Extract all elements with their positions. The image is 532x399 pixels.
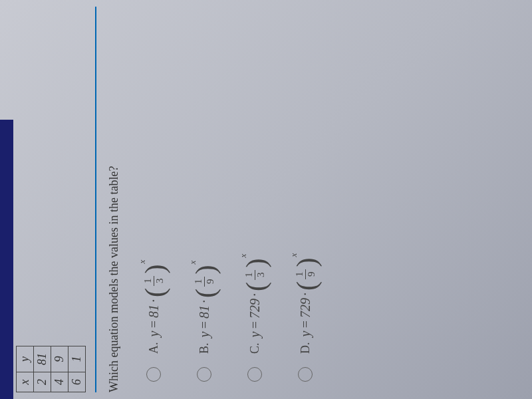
table-row: 2 81: [34, 346, 51, 392]
table-row: 4 9: [51, 346, 68, 392]
option-d-letter: D.: [299, 342, 313, 354]
radio-a[interactable]: [146, 367, 161, 382]
option-c: C. y= 729 · ( 13 ) x: [241, 0, 269, 382]
table-row: 6 1: [68, 346, 86, 392]
question-text: Which equation models the values in the …: [107, 7, 121, 392]
col-header-y: y: [17, 346, 34, 372]
options-list: A. y= 81 · ( 13 ) x B. y= 81 · ( 19 ) x: [140, 0, 319, 382]
header-bar: [0, 120, 13, 399]
table-header-row: x y: [17, 346, 34, 392]
option-c-letter: C.: [248, 342, 262, 354]
radio-c[interactable]: [247, 367, 262, 382]
radio-d[interactable]: [298, 367, 313, 382]
radio-b[interactable]: [197, 367, 211, 382]
option-b: B. y= 81 · ( 19 ) x: [190, 0, 218, 382]
option-c-equation: y= 729 · ( 13 ) x: [241, 254, 269, 338]
data-table: x y 2 81 4 9 6 1: [16, 0, 86, 392]
option-a-letter: A.: [147, 342, 161, 354]
option-b-letter: B.: [198, 342, 211, 354]
option-d: D. y= 729 · ( 19 ) x: [291, 0, 319, 382]
option-a-equation: y= 81 · ( 13 ) x: [140, 260, 168, 337]
option-b-equation: y= 81 · ( 19 ) x: [190, 261, 218, 338]
option-a: A. y= 81 · ( 13 ) x: [140, 0, 168, 382]
col-header-x: x: [17, 372, 34, 392]
divider: [95, 7, 96, 392]
option-d-equation: y= 729 · ( 19 ) x: [291, 253, 319, 337]
